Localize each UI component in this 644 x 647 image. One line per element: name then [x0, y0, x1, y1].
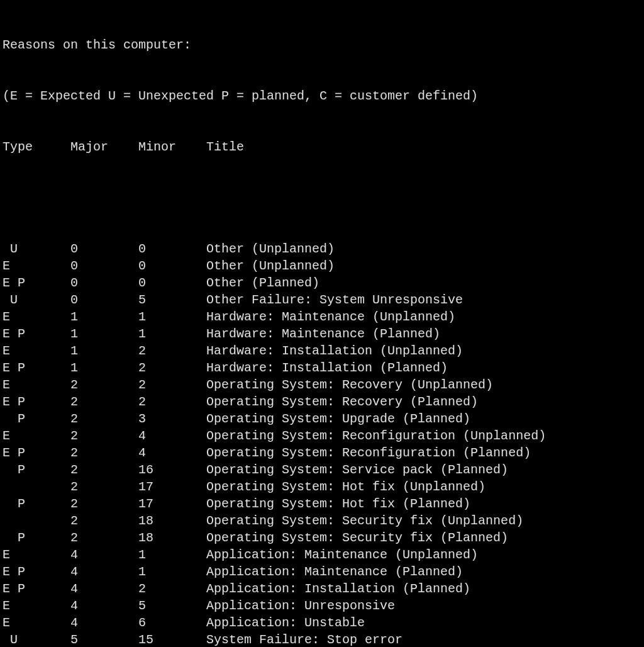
- col-header-type: Type: [3, 138, 70, 155]
- table-row: E P24Operating System: Reconfiguration (…: [3, 444, 644, 461]
- cell-type: E: [3, 614, 70, 631]
- cell-major: 2: [70, 376, 138, 393]
- terminal-output: Reasons on this computer: (E = Expected …: [0, 0, 644, 647]
- table-row: E46Application: Unstable: [3, 614, 644, 631]
- cell-major: 2: [70, 393, 138, 410]
- cell-title: Operating System: Upgrade (Planned): [206, 412, 470, 426]
- cell-major: 0: [70, 240, 138, 257]
- cell-title: Operating System: Hot fix (Planned): [206, 497, 470, 511]
- cell-type: E P: [3, 563, 70, 580]
- cell-title: Application: Installation (Planned): [206, 582, 470, 596]
- cell-title: Operating System: Security fix (Planned): [206, 531, 508, 545]
- col-header-title: Title: [206, 140, 244, 154]
- cell-major: 2: [70, 461, 138, 478]
- cell-minor: 17: [138, 495, 206, 512]
- cell-type: E P: [3, 359, 70, 376]
- cell-title: Other (Planned): [206, 276, 319, 290]
- cell-minor: 15: [138, 631, 206, 647]
- cell-minor: 16: [138, 461, 206, 478]
- cell-title: Other (Unplanned): [206, 242, 335, 256]
- blank-line: [3, 189, 644, 206]
- cell-type: E: [3, 546, 70, 563]
- column-headers: TypeMajorMinorTitle: [3, 138, 644, 155]
- cell-minor: 1: [138, 546, 206, 563]
- reason-rows: U00Other (Unplanned)E00Other (Unplanned)…: [3, 240, 644, 647]
- cell-minor: 2: [138, 342, 206, 359]
- cell-title: Operating System: Recovery (Unplanned): [206, 378, 493, 392]
- cell-title: Application: Unstable: [206, 616, 365, 630]
- table-row: 217Operating System: Hot fix (Unplanned): [3, 478, 644, 495]
- cell-title: System Failure: Stop error: [206, 633, 402, 647]
- cell-major: 5: [70, 631, 138, 647]
- cell-major: 4: [70, 614, 138, 631]
- cell-major: 1: [70, 325, 138, 342]
- cell-minor: 4: [138, 444, 206, 461]
- cell-major: 4: [70, 546, 138, 563]
- cell-minor: 6: [138, 614, 206, 631]
- cell-title: Other Failure: System Unresponsive: [206, 293, 463, 307]
- table-row: 218Operating System: Security fix (Unpla…: [3, 512, 644, 529]
- table-row: P216Operating System: Service pack (Plan…: [3, 461, 644, 478]
- cell-title: Application: Maintenance (Unplanned): [206, 548, 478, 562]
- header-line-1: Reasons on this computer:: [3, 37, 644, 53]
- cell-major: 4: [70, 580, 138, 597]
- cell-minor: 18: [138, 512, 206, 529]
- cell-title: Other (Unplanned): [206, 259, 335, 273]
- table-row: P217Operating System: Hot fix (Planned): [3, 495, 644, 512]
- cell-type: P: [3, 529, 70, 546]
- table-row: U515System Failure: Stop error: [3, 631, 644, 647]
- table-row: E24Operating System: Reconfiguration (Un…: [3, 427, 644, 444]
- table-row: E P41Application: Maintenance (Planned): [3, 563, 644, 580]
- cell-title: Operating System: Hot fix (Unplanned): [206, 480, 486, 494]
- cell-type: E P: [3, 325, 70, 342]
- table-row: P218Operating System: Security fix (Plan…: [3, 529, 644, 546]
- table-row: E P11Hardware: Maintenance (Planned): [3, 325, 644, 342]
- cell-major: 2: [70, 529, 138, 546]
- cell-minor: 2: [138, 376, 206, 393]
- table-row: E12Hardware: Installation (Unplanned): [3, 342, 644, 359]
- cell-major: 2: [70, 444, 138, 461]
- cell-type: U: [3, 240, 70, 257]
- cell-minor: 2: [138, 580, 206, 597]
- cell-type: E: [3, 342, 70, 359]
- cell-type: P: [3, 461, 70, 478]
- cell-type: E: [3, 597, 70, 614]
- cell-minor: 1: [138, 325, 206, 342]
- cell-title: Operating System: Recovery (Planned): [206, 395, 478, 409]
- cell-major: 2: [70, 495, 138, 512]
- table-row: U05Other Failure: System Unresponsive: [3, 291, 644, 308]
- cell-type: E P: [3, 274, 70, 291]
- table-row: E P00Other (Planned): [3, 274, 644, 291]
- cell-type: P: [3, 495, 70, 512]
- cell-minor: 18: [138, 529, 206, 546]
- table-row: E41Application: Maintenance (Unplanned): [3, 546, 644, 563]
- table-row: E45Application: Unresponsive: [3, 597, 644, 614]
- cell-title: Hardware: Maintenance (Planned): [206, 327, 440, 341]
- cell-major: 1: [70, 308, 138, 325]
- table-row: P23Operating System: Upgrade (Planned): [3, 410, 644, 427]
- cell-major: 2: [70, 478, 138, 495]
- cell-type: P: [3, 410, 70, 427]
- cell-minor: 1: [138, 563, 206, 580]
- cell-type: U: [3, 631, 70, 647]
- table-row: E P22Operating System: Recovery (Planned…: [3, 393, 644, 410]
- cell-type: E: [3, 376, 70, 393]
- cell-minor: 1: [138, 308, 206, 325]
- cell-major: 1: [70, 342, 138, 359]
- cell-title: Operating System: Reconfiguration (Plann…: [206, 446, 531, 460]
- table-row: U00Other (Unplanned): [3, 240, 644, 257]
- cell-major: 0: [70, 257, 138, 274]
- cell-title: Operating System: Security fix (Unplanne…: [206, 514, 523, 528]
- cell-type: E: [3, 257, 70, 274]
- cell-title: Operating System: Reconfiguration (Unpla…: [206, 429, 546, 443]
- cell-major: 1: [70, 359, 138, 376]
- cell-minor: 2: [138, 359, 206, 376]
- cell-type: E: [3, 427, 70, 444]
- cell-minor: 0: [138, 274, 206, 291]
- cell-type: E P: [3, 393, 70, 410]
- table-row: E P12Hardware: Installation (Planned): [3, 359, 644, 376]
- col-header-minor: Minor: [138, 138, 206, 155]
- cell-title: Application: Maintenance (Planned): [206, 565, 463, 579]
- header-line-2: (E = Expected U = Unexpected P = planned…: [3, 87, 644, 104]
- cell-major: 4: [70, 597, 138, 614]
